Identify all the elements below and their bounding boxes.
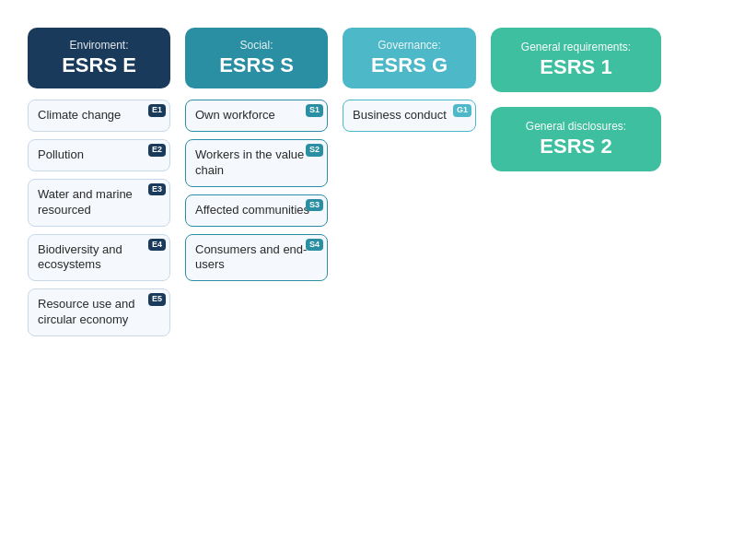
- social-label-s4: Consumers and end-users: [195, 242, 307, 272]
- social-header-card: Social: ESRS S: [185, 28, 328, 88]
- badge-e2: E2: [148, 144, 166, 157]
- social-column: Social: ESRS S S1 Own workforce S2 Worke…: [185, 28, 328, 281]
- env-label-e1: Climate change: [38, 108, 121, 122]
- governance-column: Governance: ESRS G G1 Business conduct: [343, 28, 476, 132]
- badge-g1: G1: [453, 104, 471, 117]
- esrs-diagram: Enviroment: ESRS E E1 Climate change E2 …: [0, 0, 756, 541]
- badge-s3: S3: [306, 199, 323, 212]
- env-label-e2: Pollution: [38, 147, 84, 161]
- badge-s2: S2: [306, 144, 323, 157]
- gov-title: ESRS G: [357, 53, 461, 77]
- badge-e4: E4: [148, 239, 166, 252]
- gov-header-card: Governance: ESRS G: [343, 28, 476, 88]
- env-item-e4: E4 Biodiversity and ecosystems: [28, 234, 170, 282]
- gov-label-g1: Business conduct: [353, 108, 447, 122]
- social-subtitle: Social:: [200, 39, 313, 52]
- badge-e5: E5: [148, 293, 166, 306]
- env-label-e3: Water and marine resourced: [38, 187, 133, 217]
- env-label-e4: Biodiversity and ecosystems: [38, 242, 122, 272]
- env-title: ESRS E: [42, 53, 156, 77]
- env-label-e5: Resource use and circular economy: [38, 297, 135, 326]
- social-label-s2: Workers in the value chain: [195, 147, 304, 177]
- gen-disc-title: ESRS 2: [507, 135, 645, 159]
- env-item-e1: E1 Climate change: [28, 100, 170, 132]
- badge-s4: S4: [306, 239, 323, 252]
- env-subtitle: Enviroment:: [42, 39, 156, 52]
- social-item-s1: S1 Own workforce: [185, 100, 328, 132]
- gen-req-subtitle: General requirements:: [507, 41, 645, 53]
- gov-subtitle: Governance:: [357, 39, 461, 52]
- badge-s1: S1: [306, 104, 323, 117]
- badge-e3: E3: [148, 183, 166, 196]
- env-header-card: Enviroment: ESRS E: [28, 28, 170, 88]
- environment-column: Enviroment: ESRS E E1 Climate change E2 …: [28, 28, 170, 336]
- social-label-s3: Affected communities: [195, 203, 309, 217]
- env-item-e3: E3 Water and marine resourced: [28, 179, 170, 227]
- gen-req-title: ESRS 1: [507, 55, 645, 79]
- gov-item-g1: G1 Business conduct: [343, 100, 476, 132]
- badge-e1: E1: [148, 104, 166, 117]
- gen-disc-subtitle: General disclosures:: [507, 120, 645, 133]
- social-title: ESRS S: [200, 53, 313, 77]
- general-req-card: General requirements: ESRS 1: [491, 28, 661, 92]
- env-item-e2: E2 Pollution: [28, 139, 170, 171]
- social-label-s1: Own workforce: [195, 108, 275, 122]
- env-item-e5: E5 Resource use and circular economy: [28, 288, 170, 336]
- social-item-s2: S2 Workers in the value chain: [185, 139, 328, 187]
- social-item-s4: S4 Consumers and end-users: [185, 234, 328, 282]
- general-column: General requirements: ESRS 1 General dis…: [491, 28, 661, 171]
- social-item-s3: S3 Affected communities: [185, 194, 328, 227]
- general-disc-card: General disclosures: ESRS 2: [491, 107, 661, 171]
